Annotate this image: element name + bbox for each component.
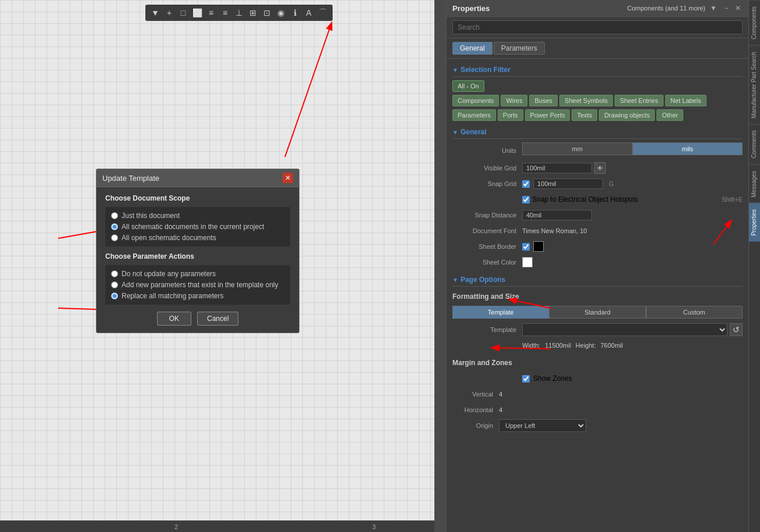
- filter-parameters[interactable]: Parameters: [452, 109, 496, 121]
- document-font-label: Document Font: [452, 227, 522, 234]
- scope-all-open[interactable]: All open schematic documents: [111, 234, 284, 242]
- panel-filter-btn[interactable]: ▼: [709, 3, 718, 13]
- visible-grid-icon-btn[interactable]: 👁: [594, 162, 606, 174]
- horizontal-row: Horizontal 4: [452, 404, 743, 416]
- filter-sheet-entries[interactable]: Sheet Entries: [615, 95, 663, 106]
- param-no-update[interactable]: Do not update any parameters: [111, 270, 284, 278]
- show-zones-checkbox[interactable]: [522, 375, 530, 383]
- unit-mils-btn[interactable]: mils: [633, 142, 743, 155]
- template-select-inner: ↺: [522, 323, 743, 336]
- toolbar-lines-btn[interactable]: ≡: [205, 6, 217, 19]
- param-no-update-label: Do not update any parameters: [122, 270, 216, 278]
- toolbar-rect2-btn[interactable]: ⬜: [191, 6, 204, 19]
- panel-pin-btn[interactable]: −: [722, 3, 731, 13]
- vertical-row: Vertical 4: [452, 388, 743, 401]
- ruler-mark-3: 3: [372, 523, 376, 530]
- toolbar-info-btn[interactable]: ℹ: [288, 6, 301, 19]
- snap-electrical-checkbox[interactable]: [522, 196, 530, 203]
- param-replace-all-radio[interactable]: [111, 292, 118, 299]
- general-section-header[interactable]: ▼ General: [452, 126, 743, 139]
- toolbar-grid-btn[interactable]: ⊞: [247, 6, 259, 19]
- template-select[interactable]: [522, 323, 727, 336]
- format-tab-standard[interactable]: Standard: [549, 306, 645, 319]
- param-no-update-radio[interactable]: [111, 270, 118, 277]
- param-add-new-radio[interactable]: [111, 281, 118, 288]
- side-tab-comments[interactable]: Comments: [749, 124, 760, 164]
- filter-buttons-row3: Parameters Ports Power Ports Texts Drawi…: [452, 109, 743, 121]
- sheet-border-checkbox[interactable]: [522, 243, 530, 251]
- format-tab-custom[interactable]: Custom: [646, 306, 743, 319]
- param-replace-all[interactable]: Replace all matching parameters: [111, 292, 284, 300]
- filter-sheet-symbols[interactable]: Sheet Symbols: [559, 95, 613, 106]
- side-tab-manufacturer[interactable]: Manufacturer Part Search: [749, 45, 760, 124]
- dialog-body: Choose Document Scope Just this document…: [97, 187, 299, 333]
- toolbar-lines2-btn[interactable]: ≡: [219, 6, 231, 19]
- filter-other[interactable]: Other: [656, 109, 683, 121]
- toolbar-perp-btn[interactable]: ⊥: [233, 6, 245, 19]
- tab-general[interactable]: General: [452, 42, 493, 55]
- panel-title: Properties: [452, 4, 490, 13]
- filter-all-on[interactable]: All - On: [452, 80, 484, 92]
- snap-grid-shortcut: G: [609, 180, 614, 187]
- page-options-header[interactable]: ▼ Page Options: [452, 273, 743, 287]
- snap-grid-checkbox[interactable]: [522, 180, 530, 188]
- document-font-value: Times New Roman, 10: [522, 227, 743, 234]
- filter-texts[interactable]: Texts: [572, 109, 597, 121]
- snap-grid-input[interactable]: [533, 178, 603, 189]
- document-font-row: Document Font Times New Roman, 10: [452, 224, 743, 237]
- selection-filter-header[interactable]: ▼ Selection Filter: [452, 63, 743, 77]
- side-tab-properties[interactable]: Properties: [749, 203, 760, 242]
- search-input[interactable]: [452, 20, 743, 34]
- filter-buses[interactable]: Buses: [529, 95, 558, 106]
- template-select-row: Template ↺: [452, 323, 743, 336]
- toolbar-text-btn[interactable]: A: [302, 6, 315, 19]
- snap-electrical-label: Snap to Electrical Object Hotspots: [532, 195, 638, 203]
- toolbar-filter-btn[interactable]: ▼: [149, 6, 162, 19]
- visible-grid-row: Visible Grid 👁: [452, 162, 743, 174]
- panel-header: Properties Components (and 11 more) ▼ − …: [447, 0, 748, 17]
- properties-panel: Properties Components (and 11 more) ▼ − …: [446, 0, 748, 532]
- unit-mm-btn[interactable]: mm: [522, 142, 633, 155]
- scope-section-title: Choose Document Scope: [105, 194, 290, 202]
- cancel-button[interactable]: Cancel: [197, 312, 238, 326]
- tab-parameters[interactable]: Parameters: [494, 42, 545, 55]
- side-tab-components[interactable]: Components: [749, 0, 760, 45]
- sheet-color-swatch[interactable]: [522, 257, 533, 267]
- template-refresh-btn[interactable]: ↺: [730, 323, 743, 336]
- toolbar-rect-btn[interactable]: □: [177, 6, 190, 19]
- scope-just-this[interactable]: Just this document: [111, 212, 284, 220]
- side-tab-messages[interactable]: Messages: [749, 165, 760, 203]
- toolbar-circle-btn[interactable]: ◉: [274, 6, 287, 19]
- toolbar-arc-btn[interactable]: ⌒: [316, 6, 329, 19]
- scope-all-open-radio[interactable]: [111, 234, 118, 241]
- param-add-new[interactable]: Add new parameters that exist in the tem…: [111, 281, 284, 289]
- scope-all-current[interactable]: All schematic documents in the current p…: [111, 223, 284, 231]
- panel-content: ▼ Selection Filter All - On Components W…: [447, 59, 748, 532]
- scope-just-this-radio[interactable]: [111, 212, 118, 219]
- filter-power-ports[interactable]: Power Ports: [525, 109, 570, 121]
- units-toggle: mm mils: [522, 142, 743, 155]
- filter-buttons-row2: Components Wires Buses Sheet Symbols She…: [452, 95, 743, 106]
- ok-button[interactable]: OK: [157, 312, 191, 326]
- origin-label: Origin: [452, 422, 499, 429]
- toolbar-grid2-btn[interactable]: ⊡: [261, 6, 273, 19]
- param-section: Do not update any parameters Add new par…: [105, 265, 290, 305]
- snap-grid-label: Snap Grid: [452, 180, 522, 187]
- origin-select[interactable]: Upper Left Lower Left Upper Right Lower …: [499, 419, 586, 432]
- size-values: Width: 11500mil Height: 7600mil: [522, 342, 623, 349]
- toolbar-add-btn[interactable]: +: [163, 6, 176, 19]
- filter-drawing-objects[interactable]: Drawing objects: [599, 109, 655, 121]
- snap-distance-input[interactable]: [522, 210, 592, 220]
- sheet-border-color-swatch[interactable]: [533, 241, 544, 252]
- scope-all-current-radio[interactable]: [111, 223, 118, 230]
- snap-electrical-row: Snap to Electrical Object Hotspots Shift…: [452, 193, 743, 206]
- visible-grid-input[interactable]: [522, 163, 592, 173]
- filter-ports[interactable]: Ports: [498, 109, 523, 121]
- dialog-close-button[interactable]: ✕: [283, 173, 293, 183]
- filter-components[interactable]: Components: [452, 95, 499, 106]
- format-tab-template[interactable]: Template: [452, 306, 549, 319]
- panel-close-btn[interactable]: ✕: [733, 3, 743, 13]
- filter-wires[interactable]: Wires: [501, 95, 527, 106]
- filter-net-labels[interactable]: Net Labels: [665, 95, 707, 106]
- units-row: Units mm mils: [452, 142, 743, 159]
